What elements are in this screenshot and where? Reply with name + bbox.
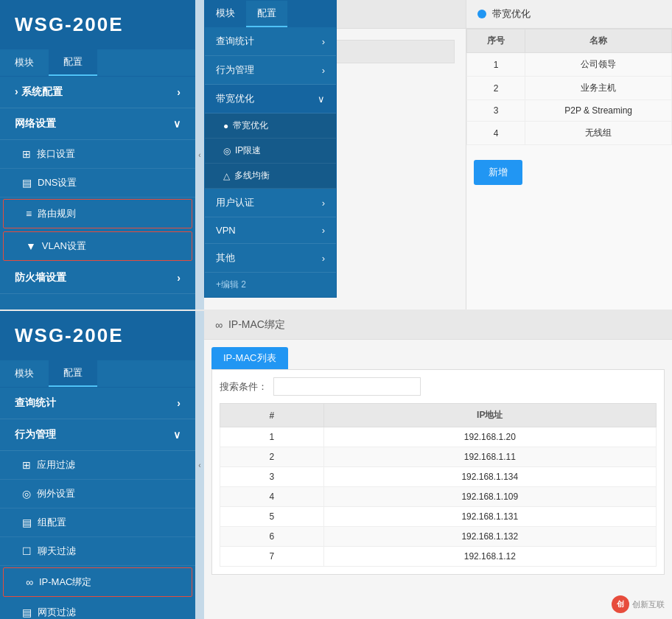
dropdown-footer[interactable]: +编辑 2 <box>205 273 336 297</box>
dropdown-vpn[interactable]: VPN › <box>205 217 336 244</box>
ip-table-row: 6192.168.1.132 <box>220 527 657 547</box>
bottom-tab-config[interactable]: 配置 <box>49 360 97 387</box>
ip-cell-num: 4 <box>220 487 324 507</box>
nav-firewall-arrow: › <box>177 272 181 284</box>
ip-cell-num: 7 <box>220 547 324 567</box>
ip-cell-address: 192.168.1.134 <box>323 467 656 487</box>
bottom-nav-ip-mac[interactable]: ∞ IP-MAC绑定 <box>3 567 192 597</box>
dropdown-other-arrow: › <box>322 253 325 264</box>
dropdown-other[interactable]: 其他 › <box>205 244 336 273</box>
right-table-row: 3P2P & Streaming <box>467 100 672 122</box>
ip-table-row: 4192.168.1.109 <box>220 487 657 507</box>
add-bandwidth-button[interactable]: 新增 <box>474 160 522 185</box>
dropdown-behavior-arrow: › <box>322 65 325 76</box>
dropdown-ip-speed[interactable]: ◎ IP限速 <box>205 139 336 164</box>
ip-cell-address: 192.168.1.131 <box>323 507 656 527</box>
group-config-icon: ▤ <box>22 517 32 528</box>
right-table-row: 4无线组 <box>467 122 672 145</box>
right-panel: 带宽优化 序号 名称 1公司领导2业务主机3P2P & Streaming4无线… <box>466 0 672 310</box>
nav-network-settings[interactable]: 网络设置 ∨ <box>0 108 195 140</box>
interface-icon: ⊞ <box>22 148 31 160</box>
bottom-panel-header: WSG-200E <box>0 311 195 360</box>
ip-mac-tab[interactable]: IP-MAC列表 <box>211 347 288 369</box>
right-panel-header: 带宽优化 <box>466 0 672 29</box>
nav-interface-settings[interactable]: ⊞ 接口设置 <box>0 140 195 169</box>
bottom-main-content: ∞ IP-MAC绑定 IP-MAC列表 搜索条件： # IP地址 1192 <box>204 311 672 619</box>
bottom-nav-query[interactable]: 查询统计 › <box>0 388 195 419</box>
left-collapse-handle[interactable]: ‹ <box>195 0 204 310</box>
nav-route-rules[interactable]: ≡ 路由规则 <box>3 199 192 228</box>
right-cell-num: 3 <box>467 100 525 122</box>
bottom-nav-exception[interactable]: ◎ 例外设置 <box>0 480 195 508</box>
dropdown-multiline[interactable]: △ 多线均衡 <box>205 164 336 189</box>
search-input[interactable] <box>273 377 421 396</box>
dropdown-behavior-mgmt[interactable]: 行为管理 › <box>205 56 336 85</box>
dropdown-bandwidth-arrow: ∨ <box>318 94 325 105</box>
bottom-nav-web-filter[interactable]: ▤ 网页过滤 <box>0 598 195 619</box>
bandwidth-dot <box>477 10 486 18</box>
ip-col-hash: # <box>220 404 324 427</box>
dropdown-user-auth-arrow: › <box>322 197 325 209</box>
dropdown-tab-bar: 模块 配置 <box>205 1 336 27</box>
right-col-num: 序号 <box>467 29 525 53</box>
right-table-row: 1公司领导 <box>467 53 672 77</box>
ip-table-row: 3192.168.1.134 <box>220 467 657 487</box>
watermark-logo: 创 <box>612 595 629 613</box>
top-tab-bar: 模块 配置 <box>0 49 195 77</box>
multiline-icon: △ <box>223 171 230 181</box>
search-row: 搜索条件： <box>220 377 657 396</box>
dropdown-tab-module[interactable]: 模块 <box>205 1 246 27</box>
nav-system-config[interactable]: › 系统配置 › <box>0 77 195 108</box>
dropdown-query-arrow: › <box>322 36 325 47</box>
nav-dns-settings[interactable]: ▤ DNS设置 <box>0 169 195 197</box>
app-filter-icon: ⊞ <box>22 459 31 471</box>
ip-cell-address: 192.168.1.20 <box>323 427 656 447</box>
ip-table-row: 1192.168.1.20 <box>220 427 657 447</box>
dropdown-bandwidth-sub[interactable]: ● 带宽优化 <box>205 113 336 139</box>
ip-cell-address: 192.168.1.11 <box>323 447 656 467</box>
right-table-row: 2业务主机 <box>467 77 672 100</box>
ip-mac-table: # IP地址 1192.168.1.202192.168.1.113192.16… <box>220 403 657 567</box>
bottom-tab-module[interactable]: 模块 <box>0 360 49 387</box>
ip-mac-content: 搜索条件： # IP地址 1192.168.1.202192.168.1.113… <box>211 369 665 575</box>
dropdown-vpn-arrow: › <box>322 225 325 236</box>
right-cell-num: 1 <box>467 53 525 77</box>
ip-mac-header-icon: ∞ <box>215 319 223 331</box>
watermark: 创 创新互联 <box>612 595 665 613</box>
dropdown-user-auth[interactable]: 用户认证 › <box>205 189 336 217</box>
dropdown-query-stats[interactable]: 查询统计 › <box>205 27 336 56</box>
tab-config-top[interactable]: 配置 <box>49 49 97 76</box>
route-icon: ≡ <box>26 208 32 220</box>
nav-network-arrow: ∨ <box>173 118 181 130</box>
ip-cell-num: 5 <box>220 507 324 527</box>
nav-vlan-settings[interactable]: ▼ VLAN设置 <box>3 231 192 261</box>
right-cell-num: 4 <box>467 122 525 145</box>
bottom-nav-group-config[interactable]: ▤ 组配置 <box>0 508 195 537</box>
bottom-nav-query-arrow: › <box>177 397 181 409</box>
bottom-nav-app-filter[interactable]: ⊞ 应用过滤 <box>0 451 195 480</box>
bottom-collapse-handle[interactable]: ‹ <box>195 311 204 619</box>
ip-table-row: 2192.168.1.11 <box>220 447 657 467</box>
tab-module-top[interactable]: 模块 <box>0 49 49 76</box>
ip-cell-address: 192.168.1.132 <box>323 527 656 547</box>
chat-filter-icon: ☐ <box>22 545 32 557</box>
bottom-nav-chat-filter[interactable]: ☐ 聊天过滤 <box>0 537 195 566</box>
ip-cell-num: 6 <box>220 527 324 547</box>
bottom-content-header: ∞ IP-MAC绑定 <box>204 311 672 340</box>
right-cell-num: 2 <box>467 77 525 100</box>
ip-cell-num: 1 <box>220 427 324 447</box>
nav-firewall-settings[interactable]: 防火墙设置 › <box>0 262 195 294</box>
ip-cell-address: 192.168.1.12 <box>323 547 656 567</box>
ip-cell-num: 2 <box>220 447 324 467</box>
left-panel: WSG-200E 模块 配置 › 系统配置 › 网络设置 ∨ ⊞ 接口设置 ▤ … <box>0 0 195 310</box>
ip-speed-icon: ◎ <box>223 146 231 156</box>
right-cell-name: P2P & Streaming <box>525 100 672 122</box>
top-panel-header: WSG-200E <box>0 0 195 49</box>
bottom-nav-behavior[interactable]: 行为管理 ∨ <box>0 419 195 451</box>
ip-col-ip: IP地址 <box>323 404 656 427</box>
dropdown-bandwidth-opt[interactable]: 带宽优化 ∨ <box>205 85 336 113</box>
dropdown-overlay: 模块 配置 查询统计 › 行为管理 › 带宽优化 ∨ ● 带宽优化 ◎ IP限速 <box>204 0 337 298</box>
search-label: 搜索条件： <box>220 380 267 394</box>
right-cell-name: 无线组 <box>525 122 672 145</box>
dropdown-tab-config[interactable]: 配置 <box>246 1 287 27</box>
